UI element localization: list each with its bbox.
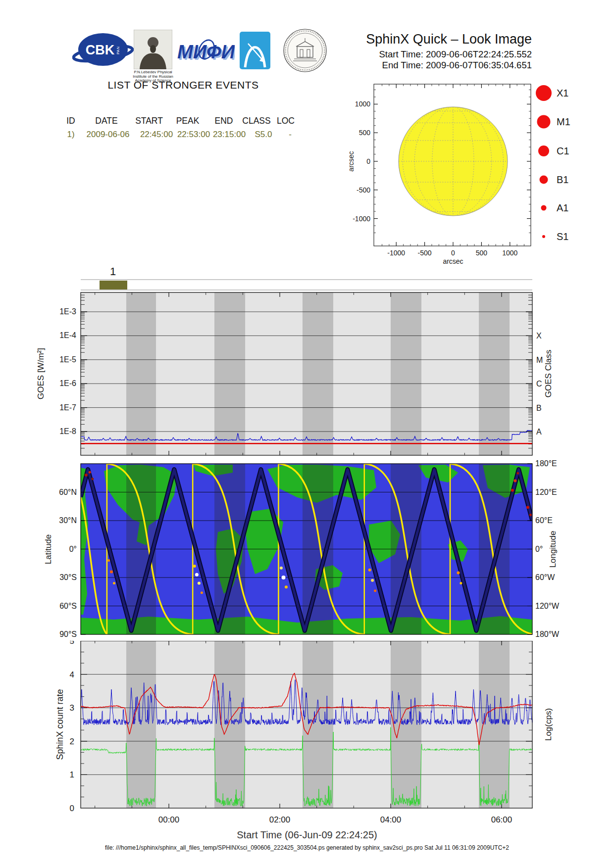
time-tick-label: 04:00 [380, 815, 402, 824]
track-flux-dot [511, 489, 514, 492]
event-marker-bar [100, 281, 127, 289]
flare-class-label: X1 [557, 88, 568, 98]
longitude-tick-label: 60°W [535, 573, 555, 581]
goes-flux-panel: 11E-31E-41E-51E-61E-71E-8XMCBAGOES [W/m²… [0, 257, 614, 465]
flare-class-label: B1 [557, 174, 568, 185]
sun-y-tick-label: 500 [359, 129, 371, 137]
latitude-tick-label: 60°S [59, 602, 77, 610]
track-flux-dot [457, 571, 460, 574]
sun-x-tick-label: 1000 [502, 249, 517, 257]
latitude-tick-label: 90°S [59, 630, 77, 638]
count-y-axis-title: SphinX count rate [55, 689, 65, 760]
goes-right-axis-title: GOES Class [544, 350, 553, 397]
x-axis-title: Start Time (06-Jun-09 22:24:25) [0, 829, 614, 841]
track-flux-dot [107, 559, 110, 562]
map-area [81, 464, 536, 634]
sun-y-tick-label: 0 [366, 157, 370, 165]
goes-class-letter: A [536, 428, 542, 436]
longitude-tick-label: 60°E [535, 516, 553, 525]
track-flux-dot [513, 480, 516, 482]
flare-class-dot [542, 235, 545, 238]
count-y-label: 0 [70, 804, 74, 813]
eclipse-band [391, 292, 421, 455]
track-flux-dot [526, 506, 529, 509]
track-flux-dot [529, 514, 532, 516]
flare-class-label: S1 [557, 231, 568, 242]
count-y-label: 5 [70, 641, 74, 646]
map-right-axis-title: Longitude [548, 531, 558, 568]
sun-y-tick-label: 1000 [355, 100, 370, 108]
count-y-label: 1 [70, 770, 74, 779]
latitude-tick-label: 30°S [59, 573, 77, 581]
longitude-tick-label: 120°W [535, 602, 560, 610]
eclipse-band [303, 292, 333, 455]
eclipse-band [126, 292, 156, 455]
goes-y-axis-title: GOES [W/m²] [36, 348, 46, 399]
count-right-axis-title: Log(cps) [544, 708, 553, 741]
flare-class-label: M1 [557, 116, 570, 127]
sun-x-tick-label: 500 [476, 249, 488, 257]
track-flux-dot [91, 478, 94, 480]
time-tick-label: 00:00 [158, 815, 180, 824]
goes-y-label: 1E-3 [59, 307, 76, 316]
count-y-label: 2 [70, 737, 74, 746]
latitude-tick-label: 60°N [59, 488, 77, 496]
sun-x-tick-label: 0 [451, 249, 455, 257]
longitude-tick-label: 0° [535, 545, 543, 553]
latitude-tick-label: 30°N [59, 516, 77, 525]
track-flux-dot [516, 472, 519, 475]
event-marker-number: 1 [110, 265, 116, 278]
track-flux-dot [374, 589, 376, 592]
longitude-tick-label: 120°E [535, 488, 557, 496]
goes-class-letter: X [536, 332, 542, 340]
track-flux-dot [201, 591, 203, 594]
eclipse-band [479, 292, 510, 455]
track-flux-dot [113, 582, 115, 584]
count-y-label: 4 [70, 670, 74, 679]
latitude-tick-label: 0° [69, 545, 77, 553]
goes-y-label: 1E-5 [59, 355, 76, 364]
track-flux-dot [285, 585, 288, 588]
track-flux-dot [89, 471, 91, 474]
track-flux-dot [460, 582, 462, 584]
sun-y-tick-label: -500 [357, 186, 370, 194]
goes-class-letter: M [536, 356, 543, 364]
flare-class-dot [536, 85, 552, 101]
sun-x-tick-label: -500 [418, 249, 432, 257]
track-flux-dot [198, 582, 201, 585]
goes-class-letter: C [536, 380, 542, 388]
eclipse-band [214, 641, 245, 808]
flare-class-dot [537, 115, 551, 129]
track-flux-dot [193, 565, 196, 568]
goes-class-letter: B [536, 404, 542, 412]
track-flux-dot [368, 569, 371, 572]
map-y-axis-title: Latitude [44, 534, 53, 565]
sun-x-tick-label: -1000 [387, 249, 405, 257]
track-flux-dot [280, 567, 283, 570]
flare-class-label: A1 [557, 202, 568, 213]
eclipse-band [214, 292, 245, 455]
flare-class-dot [540, 176, 548, 184]
ground-track-panel: 60°N30°N0°30°S60°S90°S180°E120°E60°E0°60… [0, 460, 614, 641]
longitude-tick-label: 180°E [535, 460, 557, 468]
footer-file-path: file: ///home1/sphinx/sphinx_all_files_t… [0, 844, 614, 851]
track-flux-dot [110, 571, 113, 574]
time-tick-label: 02:00 [269, 815, 291, 824]
goes-y-label: 1E-8 [59, 427, 76, 435]
goes-y-label: 1E-6 [59, 379, 76, 387]
track-flux-dot [281, 576, 285, 579]
track-flux-dot [195, 573, 199, 577]
solar-disk-panel: -1000-1000-500-5000050050010001000arcsec… [0, 74, 614, 272]
sphinx-quicklook-page: CBK PAN P.N.Lebedev Physical Institute o… [0, 0, 614, 868]
flare-class-dot [541, 205, 547, 211]
goes-y-label: 1E-7 [59, 403, 76, 412]
count-y-label: 3 [70, 703, 74, 713]
track-flux-dot [85, 474, 88, 477]
goes-y-label: 1E-4 [59, 331, 76, 339]
sun-y-tick-label: -1000 [353, 215, 370, 223]
time-tick-label: 06:00 [491, 815, 512, 824]
track-flux-dot [371, 579, 374, 582]
sun-y-axis-title: arcsec [347, 151, 355, 171]
flare-class-dot [538, 145, 549, 156]
eclipse-band [303, 641, 333, 808]
